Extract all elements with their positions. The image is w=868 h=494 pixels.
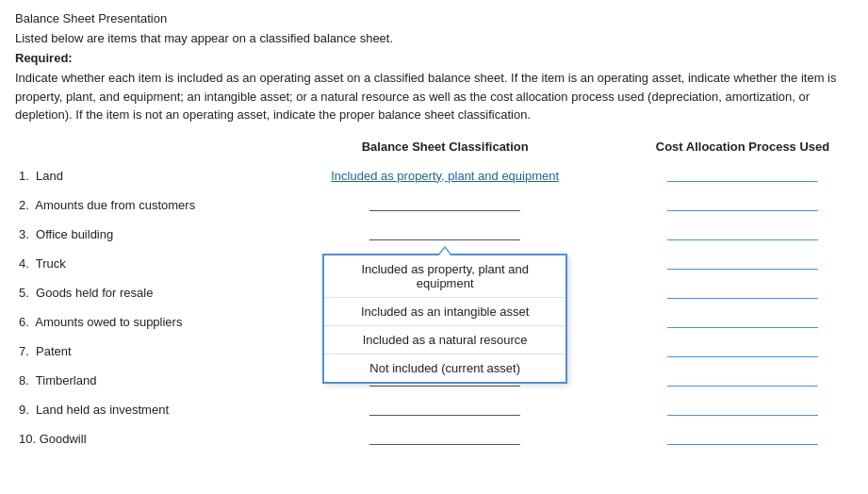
item-1-label: 1. Land [15, 161, 257, 190]
item-8-cost-field[interactable] [667, 371, 818, 387]
item-2-cost-field[interactable] [667, 196, 818, 211]
item-1-selected-value[interactable]: Included as property, plant and equipmen… [331, 169, 559, 183]
item-6-cost[interactable] [632, 307, 853, 337]
item-3-cost[interactable] [632, 220, 853, 249]
item-8-cost[interactable] [632, 366, 853, 395]
item-9-cost[interactable] [632, 395, 853, 424]
item-6-cost-field[interactable] [667, 313, 818, 328]
item-3-label: 3. Office building [15, 220, 257, 249]
table-row: 1. Land Included as property, plant and … [15, 161, 853, 190]
dropdown-option-not-included[interactable]: Not included (current asset) [324, 354, 565, 382]
item-3-classification[interactable]: Included as property, plant and equipmen… [257, 220, 632, 249]
table-row: 9. Land held as investment [15, 395, 853, 424]
item-10-dropdown[interactable] [369, 430, 520, 445]
item-5-cost-field[interactable] [667, 284, 818, 299]
item-10-label: 10. Goodwill [15, 424, 257, 453]
item-5-label: 5. Goods held for resale [15, 278, 257, 307]
table-row: 2. Amounts due from customers [15, 190, 853, 220]
classification-dropdown-popup: Included as property, plant and equipmen… [322, 254, 567, 384]
item-7-label: 7. Patent [15, 337, 257, 366]
item-4-cost-field[interactable] [667, 255, 818, 270]
item-10-classification[interactable] [257, 424, 632, 453]
item-2-dropdown[interactable] [369, 196, 520, 211]
table-row: 3. Office building Included as property,… [15, 220, 853, 249]
item-8-label: 8. Timberland [15, 366, 257, 395]
item-2-classification[interactable] [257, 190, 632, 220]
item-2-cost[interactable] [632, 190, 853, 220]
item-10-cost[interactable] [632, 424, 853, 453]
table-row: 10. Goodwill [15, 424, 853, 453]
item-9-cost-field[interactable] [667, 401, 818, 416]
item-6-label: 6. Amounts owed to suppliers [15, 307, 257, 337]
table-header-row: Balance Sheet Classification Cost Alloca… [15, 140, 853, 161]
description-text: Indicate whether each item is included a… [15, 69, 853, 124]
item-9-label: 9. Land held as investment [15, 395, 257, 424]
item-2-label: 2. Amounts due from customers [15, 190, 257, 220]
item-9-classification[interactable] [257, 395, 632, 424]
item-4-cost[interactable] [632, 249, 853, 278]
item-9-dropdown[interactable] [369, 401, 520, 416]
intro-text: Listed below are items that may appear o… [15, 31, 853, 45]
dropdown-option-natural[interactable]: Included as a natural resource [324, 326, 565, 354]
dropdown-option-ppe[interactable]: Included as property, plant and equipmen… [324, 255, 565, 298]
item-1-cost-field[interactable] [667, 167, 818, 182]
item-7-cost-field[interactable] [667, 342, 818, 357]
col-classification-header: Balance Sheet Classification [257, 140, 632, 161]
balance-sheet-table: Balance Sheet Classification Cost Alloca… [15, 140, 853, 453]
dropdown-option-intangible[interactable]: Included as an intangible asset [324, 298, 565, 326]
item-1-cost[interactable] [632, 161, 853, 190]
col-item-header [15, 140, 257, 161]
required-label: Required: [15, 51, 853, 65]
col-cost-header: Cost Allocation Process Used [632, 140, 853, 161]
item-3-cost-field[interactable] [667, 225, 818, 240]
item-4-label: 4. Truck [15, 249, 257, 278]
item-1-classification[interactable]: Included as property, plant and equipmen… [257, 161, 632, 190]
page-title: Balance Sheet Presentation [15, 11, 853, 25]
item-5-cost[interactable] [632, 278, 853, 307]
item-7-cost[interactable] [632, 337, 853, 366]
item-10-cost-field[interactable] [667, 430, 818, 445]
item-3-dropdown[interactable] [369, 225, 520, 240]
